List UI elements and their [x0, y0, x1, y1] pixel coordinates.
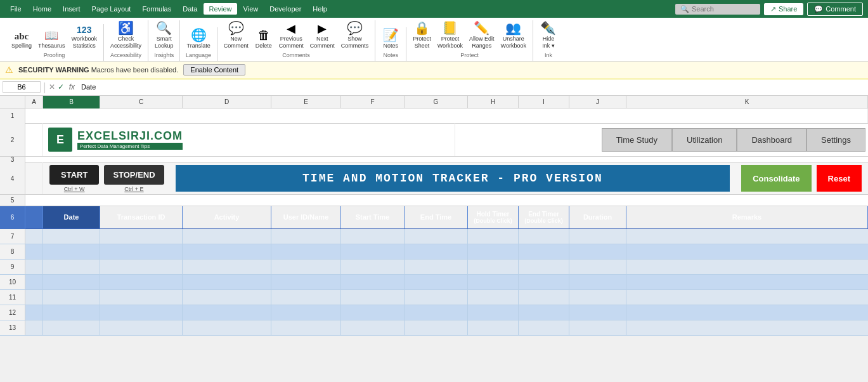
cell-k10[interactable]: [626, 275, 868, 289]
formula-input[interactable]: [80, 82, 865, 92]
cell-d9[interactable]: [183, 260, 271, 274]
cell-h10[interactable]: [468, 275, 519, 289]
cell-g10[interactable]: [405, 275, 468, 289]
row-num-3[interactable]: 3: [0, 157, 25, 162]
protect-workbook-button[interactable]: 📒 ProtectWorkbook: [435, 20, 465, 51]
cell-k13[interactable]: [626, 320, 868, 335]
cell-e8[interactable]: [271, 244, 341, 259]
cell-c9[interactable]: [100, 260, 183, 274]
notes-button[interactable]: 📝 Notes: [379, 27, 402, 51]
col-header-H[interactable]: H: [468, 96, 519, 109]
cell-h13[interactable]: [468, 320, 519, 335]
cell-a4[interactable]: [25, 162, 43, 194]
consolidate-button[interactable]: Consolidate: [741, 165, 811, 192]
cell-d8[interactable]: [183, 244, 271, 259]
row-num-6[interactable]: 6: [0, 206, 25, 229]
cell-k7[interactable]: [626, 229, 868, 244]
row-num-13[interactable]: 13: [0, 320, 25, 335]
cell-d12[interactable]: [183, 305, 271, 320]
th-start-time[interactable]: Start Time: [341, 206, 405, 228]
cell-a13[interactable]: [25, 320, 43, 335]
confirm-formula-icon[interactable]: ✓: [58, 82, 64, 91]
cell-b7[interactable]: [43, 229, 100, 244]
th-activity[interactable]: Activity: [183, 206, 271, 228]
cell-c11[interactable]: [100, 290, 183, 305]
cell-e9[interactable]: [271, 260, 341, 274]
previous-comment-button[interactable]: ◀ PreviousComment: [276, 22, 306, 51]
cell-3[interactable]: [25, 157, 868, 162]
cell-b10[interactable]: [43, 275, 100, 289]
row-num-10[interactable]: 10: [0, 275, 25, 289]
col-header-C[interactable]: C: [100, 96, 183, 109]
cell-b12[interactable]: [43, 305, 100, 320]
row-num-2[interactable]: 2: [0, 123, 25, 156]
row-num-8[interactable]: 8: [0, 244, 25, 259]
th-user-id[interactable]: User ID/Name: [271, 206, 341, 228]
cell-g12[interactable]: [405, 305, 468, 320]
cancel-formula-icon[interactable]: ✕: [49, 82, 55, 91]
cell-g11[interactable]: [405, 290, 468, 305]
th-transaction-id[interactable]: Transaction ID: [100, 206, 183, 228]
show-comments-button[interactable]: 💬 ShowComments: [339, 20, 372, 51]
cell-j9[interactable]: [569, 260, 626, 274]
cell-b9[interactable]: [43, 260, 100, 274]
cell-h8[interactable]: [468, 244, 519, 259]
col-header-B[interactable]: B: [43, 96, 100, 109]
search-input[interactable]: [692, 5, 755, 13]
cell-c8[interactable]: [100, 244, 183, 259]
menu-file[interactable]: File: [5, 3, 27, 15]
menu-review[interactable]: Review: [204, 3, 236, 15]
cell-a7[interactable]: [25, 229, 43, 244]
menu-data[interactable]: Data: [178, 3, 202, 15]
unshare-workbook-button[interactable]: 👥 UnshareWorkbook: [498, 20, 529, 51]
new-comment-button[interactable]: 💬 NewComment: [221, 20, 251, 51]
cell-i13[interactable]: [519, 320, 569, 335]
cell-k12[interactable]: [626, 305, 868, 320]
menu-help[interactable]: Help: [308, 3, 332, 15]
th-end-time[interactable]: End Time: [405, 206, 468, 228]
share-button[interactable]: ↗ Share: [764, 3, 803, 15]
reset-button[interactable]: Reset: [817, 165, 862, 192]
cell-e7[interactable]: [271, 229, 341, 244]
cell-c7[interactable]: [100, 229, 183, 244]
cell-d13[interactable]: [183, 320, 271, 335]
cell-c13[interactable]: [100, 320, 183, 335]
cell-b11[interactable]: [43, 290, 100, 305]
protect-sheet-button[interactable]: 🔒 ProtectSheet: [410, 20, 434, 51]
cell-g8[interactable]: [405, 244, 468, 259]
stopend-button[interactable]: STOP/END: [104, 165, 164, 185]
spelling-button[interactable]: abc Spelling: [9, 30, 34, 51]
dashboard-button[interactable]: Dashboard: [737, 128, 806, 152]
cell-g9[interactable]: [405, 260, 468, 274]
cell-c12[interactable]: [100, 305, 183, 320]
cell-h7[interactable]: [468, 229, 519, 244]
allow-edit-ranges-button[interactable]: ✏️ Allow EditRanges: [467, 20, 497, 51]
cell-f10[interactable]: [341, 275, 405, 289]
cell-a8[interactable]: [25, 244, 43, 259]
cell-a6[interactable]: [25, 206, 43, 228]
col-header-I[interactable]: I: [519, 96, 569, 109]
cell-f9[interactable]: [341, 260, 405, 274]
cell-k9[interactable]: [626, 260, 868, 274]
cell-a9[interactable]: [25, 260, 43, 274]
cell-a12[interactable]: [25, 305, 43, 320]
menu-page-layout[interactable]: Page Layout: [87, 3, 136, 15]
cell-j13[interactable]: [569, 320, 626, 335]
cell-g13[interactable]: [405, 320, 468, 335]
cell-c10[interactable]: [100, 275, 183, 289]
menu-view[interactable]: View: [238, 3, 264, 15]
cell-b8[interactable]: [43, 244, 100, 259]
cell-h11[interactable]: [468, 290, 519, 305]
row-num-1[interactable]: 1: [0, 109, 25, 123]
cell-reference-input[interactable]: [3, 81, 41, 93]
menu-developer[interactable]: Developer: [264, 3, 306, 15]
cell-j12[interactable]: [569, 305, 626, 320]
cell-e12[interactable]: [271, 305, 341, 320]
workbook-stats-button[interactable]: 123 WorkbookStatistics: [69, 24, 100, 51]
cell-f7[interactable]: [341, 229, 405, 244]
col-header-J[interactable]: J: [569, 96, 626, 109]
cell-j11[interactable]: [569, 290, 626, 305]
row-num-12[interactable]: 12: [0, 305, 25, 320]
cell-f12[interactable]: [341, 305, 405, 320]
cell-i11[interactable]: [519, 290, 569, 305]
